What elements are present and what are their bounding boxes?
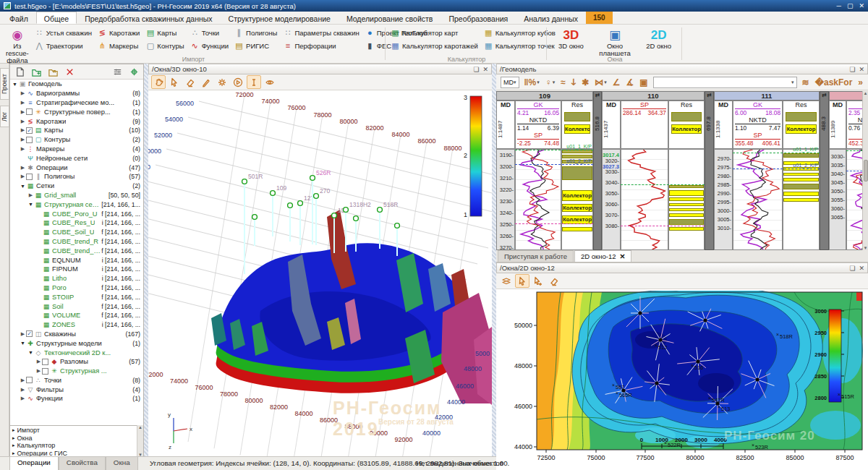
close-icon[interactable]: ✕: [482, 66, 488, 73]
ribbon-button[interactable]: ▢Контуры: [145, 40, 184, 51]
minimize-button[interactable]: ─: [837, 2, 841, 9]
tree-item[interactable]: ▶∴Точки(8): [10, 376, 143, 385]
tree-item[interactable]: ▼◇Тектонический 2D к...: [10, 348, 143, 357]
tree-item[interactable]: ΨНейронные сети(0): [10, 153, 143, 163]
well-header[interactable]: 111: [714, 91, 820, 101]
tree-item[interactable]: ▶✱Операции(47): [10, 163, 143, 172]
gear-icon[interactable]: [215, 75, 229, 89]
tree-item[interactable]: ▶▽Фильтры(4): [10, 385, 143, 394]
close-icon[interactable]: ✕: [859, 265, 864, 272]
bottom-tab[interactable]: Операции: [9, 457, 59, 470]
correlation-edit-icon[interactable]: ∠: [610, 75, 623, 89]
tree-item[interactable]: ▦ZONESi [214, 166, ...: [10, 320, 143, 330]
bottom-tab[interactable]: Окна: [106, 457, 138, 470]
2d-map[interactable]: ×518R×515R×565R×567×541R×513×523R×522R×5…: [496, 291, 868, 470]
tree-item[interactable]: ▼✚Структурные модели(1): [10, 338, 143, 348]
well-correlation-area[interactable]: 109MD1:1487GK4.2116.05NKTD1.146.39SP-2.2…: [496, 91, 862, 250]
layers-icon[interactable]: [499, 274, 514, 288]
checkbox[interactable]: [26, 377, 33, 383]
expander-icon[interactable]: ▸: [12, 427, 15, 433]
expander-icon[interactable]: ▼: [27, 202, 34, 207]
float-icon[interactable]: ❏: [473, 66, 479, 73]
expander-icon[interactable]: ▶: [20, 174, 26, 179]
ribbon-button[interactable]: ∴Точки: [190, 27, 229, 38]
close-button[interactable]: ✕: [859, 2, 864, 9]
expander-icon[interactable]: ▸: [12, 435, 15, 441]
ribbon-button[interactable]: ▦Калькулятор карт: [391, 27, 478, 38]
expander-icon[interactable]: ▶: [20, 109, 26, 115]
tree-item[interactable]: ▶✳Структурная ...: [10, 367, 143, 376]
ribbon-button[interactable]: ⋔Маркеры: [98, 40, 140, 51]
checkbox[interactable]: ✓: [26, 127, 33, 134]
document-tab[interactable]: 2D окно-12✕: [574, 250, 631, 262]
ribbon-button[interactable]: ∷Параметры скважин: [283, 27, 359, 38]
3d-scene[interactable]: 501R109127526R2701501318H2518R 720007400…: [148, 91, 492, 456]
template-combo[interactable]: ▾: [653, 77, 797, 88]
bottom-tab[interactable]: Свойства: [59, 457, 106, 470]
well-header[interactable]: 109: [496, 91, 593, 101]
tree-item[interactable]: ▦VOLUMEf [214, 166, ...: [10, 311, 143, 320]
well-marker-icon[interactable]: ♀▾: [543, 75, 558, 89]
well-splitter[interactable]: ⇄697.8: [705, 91, 714, 250]
float-icon[interactable]: ❏: [849, 66, 855, 73]
correlation-view-icon[interactable]: ∡: [624, 75, 636, 89]
scale-ruler-icon[interactable]: ‖%▾: [522, 75, 542, 89]
operations-list-item[interactable]: ▸Калькулятор: [10, 442, 143, 450]
expander-icon[interactable]: ▶: [20, 331, 26, 337]
checkbox[interactable]: [42, 368, 48, 375]
ribbon-button[interactable]: ▣Окно планшета: [596, 27, 634, 57]
expander-icon[interactable]: ▶: [20, 127, 26, 133]
well-splitter[interactable]: ⇄516.8: [593, 91, 602, 250]
filter-icon[interactable]: [110, 65, 124, 79]
cursor-plus-icon[interactable]: [531, 274, 545, 288]
ribbon-button[interactable]: ▦Калькулятор кубов: [484, 27, 556, 38]
tree-item[interactable]: ▦CUBE_Poro_Uf [214, 166, ...: [10, 209, 143, 218]
operations-list-item[interactable]: ▸Окна: [10, 435, 143, 443]
ribbon-button[interactable]: 2D2D окно: [639, 27, 678, 50]
ibeam-icon[interactable]: [247, 75, 261, 89]
checkbox[interactable]: [26, 137, 33, 143]
tree-item[interactable]: ▶∿Вариограммы(8): [10, 89, 143, 98]
delete-icon[interactable]: [62, 65, 77, 79]
operations-scrollbar[interactable]: ▲▼: [137, 425, 143, 457]
tree-item[interactable]: ▦Lithoi [214, 166, ...: [10, 274, 143, 283]
md-combo[interactable]: MD▾: [501, 77, 519, 88]
tree-item[interactable]: ▶▢Контуры(2): [10, 135, 143, 145]
tree-item[interactable]: ▦FIPNUMi [214, 166, ...: [10, 265, 143, 274]
open-folder-icon[interactable]: [46, 65, 60, 79]
expander-icon[interactable]: ▶: [20, 165, 26, 171]
hand-icon[interactable]: [151, 75, 166, 89]
maximize-button[interactable]: ▢: [847, 2, 854, 9]
ribbon-button[interactable]: ▦Калькулятор точек: [484, 40, 556, 51]
tree-item[interactable]: ▶◆Разломы(57): [10, 357, 143, 367]
expander-icon[interactable]: ▼: [27, 350, 34, 355]
expander-icon[interactable]: ▶: [20, 119, 26, 124]
expander-icon[interactable]: ▸: [12, 443, 15, 448]
tree-item[interactable]: ▶▦Grid_small[50, 50, 50]: [10, 191, 143, 200]
expander-icon[interactable]: ▶: [35, 359, 42, 364]
locate-icon[interactable]: [127, 65, 141, 79]
new-document-icon[interactable]: [12, 65, 27, 79]
expander-icon[interactable]: ▼: [12, 82, 18, 87]
tree-item[interactable]: ▦STOIIPf [214, 166, ...: [10, 292, 143, 302]
tree-item[interactable]: ▦Porof [214, 166, ...: [10, 283, 143, 293]
tree-item[interactable]: ▶∥Полигоны(57): [10, 172, 143, 181]
tree-item[interactable]: ▶✓◫Скважины(167): [10, 330, 143, 339]
eraser-icon[interactable]: [183, 75, 197, 89]
histogram-icon[interactable]: ≋: [800, 75, 812, 89]
ribbon-button[interactable]: ∥Полигоны: [234, 27, 277, 38]
ribbon-button[interactable]: ∿Функции: [190, 40, 229, 51]
menu-tab[interactable]: Общее: [36, 12, 77, 24]
depth-interval-icon[interactable]: ↆ: [569, 75, 578, 89]
tree-item[interactable]: ▼▦Структурная сетка[214, 166, 1...: [10, 200, 143, 209]
well-header[interactable]: 110: [602, 91, 705, 101]
checkbox[interactable]: [26, 108, 33, 115]
tree-item[interactable]: ▶⋮Маркеры(4): [10, 145, 143, 154]
play-icon[interactable]: [231, 75, 245, 89]
ribbon-button[interactable]: 3D3D окно: [552, 27, 590, 50]
expander-icon[interactable]: ▶: [20, 90, 26, 96]
tree-item[interactable]: ▶✓▤Карты(10): [10, 126, 143, 135]
logs-fill-icon[interactable]: ≈: [558, 75, 568, 89]
menu-tab[interactable]: Преобразования: [441, 12, 516, 24]
correlation-scheme-icon[interactable]: ⋈▾: [592, 75, 609, 89]
